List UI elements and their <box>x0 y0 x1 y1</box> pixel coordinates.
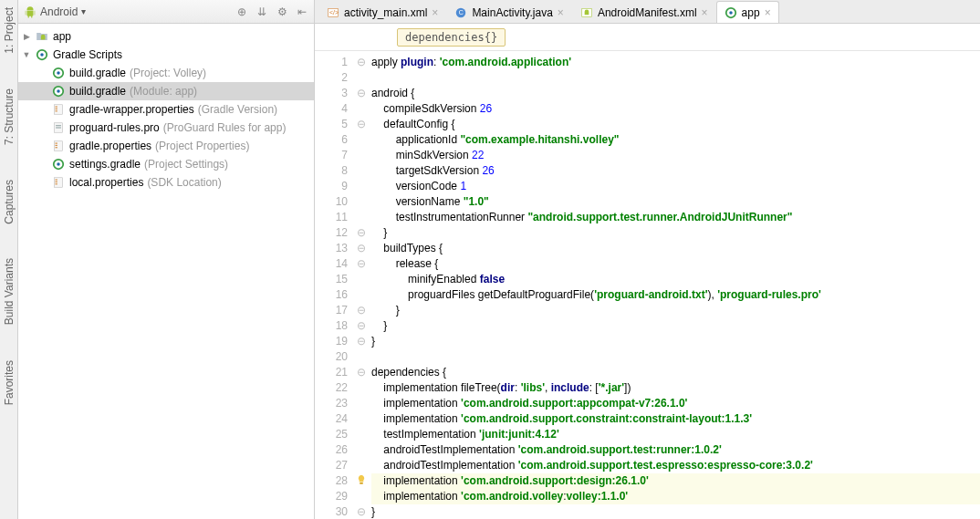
close-icon[interactable]: × <box>558 6 564 19</box>
tree-row[interactable]: ▼Gradle Scripts <box>18 46 314 64</box>
code-editor[interactable]: 1234567891011121314151617181920212223242… <box>315 51 980 519</box>
fold-marker[interactable]: ⊖ <box>355 365 368 380</box>
fold-marker[interactable]: ⊖ <box>355 318 368 334</box>
code-line[interactable]: implementation 'com.android.support:desi… <box>371 473 980 489</box>
code-line[interactable]: apply plugin: 'com.android.application' <box>371 55 980 70</box>
editor-tab[interactable]: </>activity_main.xml× <box>318 1 446 23</box>
fold-marker[interactable]: ⊖ <box>355 256 368 272</box>
line-number: 9 <box>315 179 348 194</box>
code-line[interactable]: applicationId "com.example.hitanshi.voll… <box>371 132 980 148</box>
fold-marker[interactable]: ⊖ <box>355 55 368 70</box>
close-icon[interactable]: × <box>432 6 438 19</box>
fold-marker[interactable]: ⊖ <box>355 86 368 101</box>
fold-column[interactable]: ⊖⊖⊖⊖⊖⊖⊖⊖⊖⊖⊖ <box>355 51 368 519</box>
svg-rect-14 <box>56 143 57 144</box>
tree-row[interactable]: local.properties (SDK Location) <box>18 173 314 192</box>
svg-point-29 <box>729 11 733 15</box>
fold-marker <box>355 396 368 411</box>
sidebar-tab-favorites[interactable]: Favorites <box>1 357 17 409</box>
fold-marker[interactable]: ⊖ <box>355 303 368 318</box>
line-number: 24 <box>315 411 348 427</box>
tree-hint: (Gradle Version) <box>198 103 277 116</box>
gear-icon[interactable]: ⚙ <box>276 5 288 18</box>
code-line[interactable]: versionCode 1 <box>371 179 980 194</box>
code-line[interactable]: } <box>371 334 980 349</box>
sidebar-tab-structure[interactable]: 7: Structure <box>1 85 17 149</box>
svg-rect-16 <box>56 147 57 148</box>
tree-row[interactable]: proguard-rules.pro (ProGuard Rules for a… <box>18 119 314 137</box>
tree-row[interactable]: gradle-wrapper.properties (Gradle Versio… <box>18 100 314 119</box>
tree-row[interactable]: build.gradle (Project: Volley) <box>18 64 314 82</box>
code-line[interactable]: versionName "1.0" <box>371 194 980 210</box>
intention-bulb-icon[interactable] <box>355 473 368 486</box>
project-tree[interactable]: ▶app▼Gradle Scriptsbuild.gradle (Project… <box>18 24 314 519</box>
tree-row[interactable]: ▶app <box>18 27 314 46</box>
line-number: 19 <box>315 334 348 349</box>
fold-marker <box>355 194 368 210</box>
caret-icon[interactable]: ▶ <box>22 32 31 41</box>
code-line[interactable]: minSdkVersion 22 <box>371 148 980 163</box>
tree-row[interactable]: settings.gradle (Project Settings) <box>18 155 314 173</box>
code-line[interactable]: } <box>371 303 980 318</box>
line-number: 2 <box>315 70 348 86</box>
hide-panel-icon[interactable]: ⇤ <box>296 5 308 18</box>
code-line[interactable]: testInstrumentationRunner "android.suppo… <box>371 210 980 225</box>
breadcrumb-item[interactable]: dependencies{} <box>397 28 506 47</box>
fold-marker[interactable]: ⊖ <box>355 225 368 241</box>
code-line[interactable]: targetSdkVersion 26 <box>371 163 980 179</box>
code-content[interactable]: apply plugin: 'com.android.application'a… <box>368 51 980 519</box>
code-line[interactable]: minifyEnabled false <box>371 272 980 287</box>
close-icon[interactable]: × <box>702 6 708 19</box>
code-line[interactable]: implementation fileTree(dir: 'libs', inc… <box>371 380 980 396</box>
code-line[interactable]: testImplementation 'junit:junit:4.12' <box>371 427 980 442</box>
svg-point-3 <box>57 71 60 75</box>
code-line[interactable]: implementation 'com.android.support:appc… <box>371 396 980 411</box>
code-line[interactable]: android { <box>371 86 980 101</box>
line-number: 28 <box>315 473 348 489</box>
tab-label: activity_main.xml <box>344 6 427 19</box>
line-number: 11 <box>315 210 348 225</box>
code-line[interactable]: compileSdkVersion 26 <box>371 101 980 117</box>
code-line[interactable]: dependencies { <box>371 365 980 380</box>
editor-tab[interactable]: CMainActivity.java× <box>446 1 572 23</box>
fold-marker[interactable]: ⊖ <box>355 334 368 349</box>
code-line[interactable]: androidTestImplementation 'com.android.s… <box>371 442 980 458</box>
code-line[interactable]: } <box>371 318 980 334</box>
fold-marker[interactable]: ⊖ <box>355 504 368 519</box>
code-line[interactable]: implementation 'com.android.support.cons… <box>371 411 980 427</box>
svg-rect-22 <box>56 183 57 184</box>
code-line[interactable] <box>371 70 980 86</box>
line-number: 10 <box>315 194 348 210</box>
code-line[interactable]: androidTestImplementation 'com.android.s… <box>371 458 980 473</box>
caret-icon[interactable]: ▼ <box>22 50 31 59</box>
sidebar-tab-project[interactable]: 1: Project <box>1 4 17 57</box>
code-line[interactable]: } <box>371 225 980 241</box>
editor-tab[interactable]: AndroidManifest.xml× <box>572 1 716 23</box>
tree-row[interactable]: gradle.properties (Project Properties) <box>18 137 314 155</box>
gradle-icon <box>51 66 66 80</box>
code-line[interactable]: implementation 'com.android.volley:volle… <box>371 489 980 504</box>
fold-marker <box>355 179 368 194</box>
code-line[interactable]: buildTypes { <box>371 241 980 256</box>
close-icon[interactable]: × <box>765 6 771 19</box>
line-number: 20 <box>315 349 348 365</box>
gradle-icon <box>51 84 66 99</box>
code-line[interactable] <box>371 349 980 365</box>
code-line[interactable]: proguardFiles getDefaultProguardFile('pr… <box>371 287 980 303</box>
collapse-all-icon[interactable]: ⇊ <box>255 5 268 18</box>
sidebar-tab-build-variants[interactable]: Build Variants <box>1 254 17 328</box>
editor-tab[interactable]: app× <box>716 1 779 23</box>
fold-marker[interactable]: ⊖ <box>355 241 368 256</box>
fold-marker[interactable]: ⊖ <box>355 117 368 132</box>
line-number: 4 <box>315 101 348 117</box>
code-line[interactable]: release { <box>371 256 980 272</box>
propfile-icon <box>51 139 66 153</box>
line-number: 15 <box>315 272 348 287</box>
scroll-to-source-icon[interactable]: ⊕ <box>235 5 248 18</box>
sidebar-tab-captures[interactable]: Captures <box>1 176 17 228</box>
code-line[interactable]: defaultConfig { <box>371 117 980 132</box>
tree-row[interactable]: build.gradle (Module: app) <box>18 82 314 100</box>
code-line[interactable]: } <box>371 504 980 519</box>
line-number: 13 <box>315 241 348 256</box>
panel-view-dropdown[interactable]: Android ▾ <box>24 5 228 18</box>
